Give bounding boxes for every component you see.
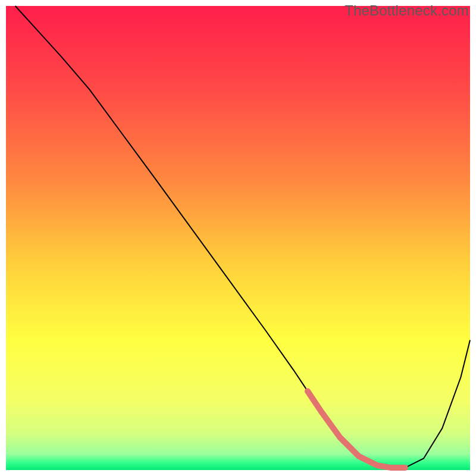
watermark-text: TheBottleneck.com [345,2,469,19]
bottleneck-chart [0,0,476,476]
plot-background [6,6,470,470]
chart-container: TheBottleneck.com [0,0,476,476]
